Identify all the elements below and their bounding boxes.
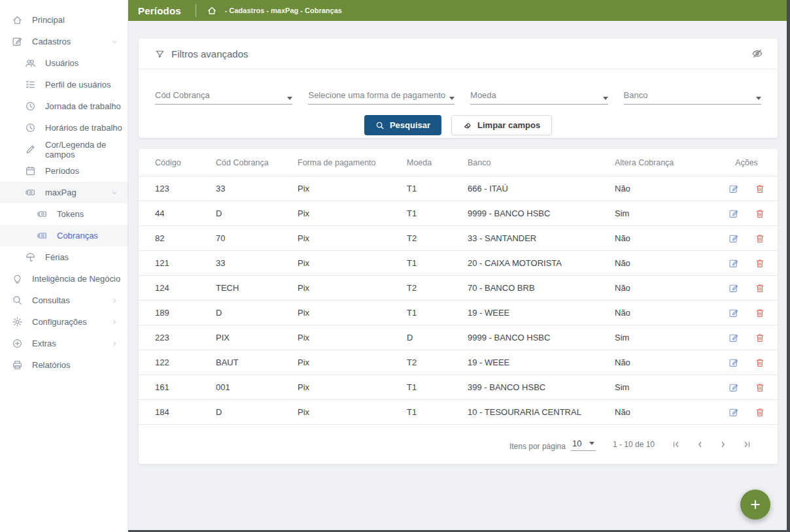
column-header-acoes: Ações — [727, 158, 766, 167]
sidebar-item-inteligencia-de-negocio[interactable]: Inteligência de Negócio — [0, 268, 128, 290]
next-page-icon[interactable] — [719, 440, 728, 449]
edit-icon[interactable] — [729, 308, 739, 318]
previous-page-icon[interactable] — [695, 440, 704, 449]
edit-icon[interactable] — [729, 208, 739, 219]
sidebar-item-cobrancas[interactable]: Cobranças — [0, 225, 128, 246]
checklist-icon — [25, 79, 36, 90]
home-icon[interactable] — [207, 5, 217, 16]
column-header-cod-cobranca: Cód Cobrança — [216, 158, 298, 167]
cobrancas-table: Código Cód Cobrança Forma de pagamento M… — [139, 149, 778, 464]
gear-icon — [12, 316, 23, 327]
last-page-icon[interactable] — [742, 440, 751, 449]
sidebar-item-label: Usuários — [45, 58, 78, 68]
chevron-down-icon — [589, 442, 594, 445]
first-page-icon[interactable] — [672, 440, 681, 449]
edit-icon[interactable] — [729, 357, 739, 368]
cod-cobranca-select[interactable]: Cód Cobrança — [155, 85, 292, 105]
items-per-page-select[interactable]: 10 — [571, 439, 596, 451]
filters-panel: Filtros avançados Cód Cobrança Selecione… — [139, 39, 778, 138]
filter-funnel-icon — [155, 49, 165, 59]
window-right-edge — [787, 0, 790, 532]
plus-icon — [749, 499, 761, 510]
sidebar-item-periodos[interactable]: Períodos — [0, 160, 128, 182]
sidebar-item-label: Principal — [32, 15, 65, 25]
pagination-bar: Itens por página 10 1 - 10 de 10 — [139, 425, 778, 464]
edit-icon[interactable] — [729, 382, 739, 393]
trash-icon[interactable] — [755, 357, 765, 368]
column-header-moeda: Moeda — [407, 158, 468, 167]
sidebar-item-label: Horários de trabalho — [45, 123, 122, 133]
column-header-forma-de-pagamento: Forma de pagamento — [298, 158, 407, 167]
sidebar-item-label: Jornada de trabalho — [45, 101, 121, 111]
sidebar-item-cadastros[interactable]: Cadastros — [0, 31, 128, 52]
chevron-right-icon — [111, 297, 118, 305]
sidebar-item-relatorios[interactable]: Relatórios — [0, 354, 128, 376]
table-row: 44 D Pix T1 9999 - BANCO HSBC Sim — [139, 201, 778, 226]
trash-icon[interactable] — [755, 233, 765, 244]
moeda-select[interactable]: Moeda — [470, 85, 608, 105]
sidebar-item-label: Consultas — [32, 295, 70, 305]
trash-icon[interactable] — [755, 283, 765, 293]
lightbulb-icon — [12, 273, 23, 284]
filters-header: Filtros avançados — [139, 39, 778, 69]
sidebar-item-extras[interactable]: Extras — [0, 333, 128, 354]
search-icon — [375, 121, 385, 130]
clock-icon — [25, 122, 36, 133]
sidebar-item-label: Extras — [32, 339, 56, 348]
sidebar-item-perfil-de-usuarios[interactable]: Perfil de usuários — [0, 74, 128, 95]
trash-icon[interactable] — [755, 382, 765, 393]
sidebar-item-label: Configurações — [32, 317, 87, 327]
sidebar-item-usuarios[interactable]: Usuários — [0, 52, 128, 74]
page-title: Períodos — [128, 5, 196, 16]
table-row: 223 PIX Pix D 9999 - BANCO HSBC Sim — [139, 325, 778, 350]
pesquisar-button[interactable]: Pesquisar — [364, 115, 441, 135]
clock-icon — [25, 101, 36, 112]
chevron-down-icon — [111, 38, 118, 46]
sidebar-item-label: Cadastros — [32, 37, 71, 46]
chevron-down-icon — [111, 189, 118, 197]
sidebar: Principal Cadastros Usuários Perfil de u… — [0, 0, 128, 532]
sidebar-item-configuracoes[interactable]: Configurações — [0, 311, 128, 333]
sidebar-item-ferias[interactable]: Férias — [0, 246, 128, 268]
column-header-codigo: Código — [155, 158, 216, 167]
sidebar-item-label: Relatórios — [32, 360, 71, 370]
forma-de-pagamento-select[interactable]: Selecione uma forma de pagamento — [308, 85, 455, 105]
sidebar-item-principal[interactable]: Principal — [0, 9, 128, 31]
column-header-banco: Banco — [468, 158, 615, 167]
sidebar-item-maxpag[interactable]: maxPag — [0, 182, 128, 203]
trash-icon[interactable] — [755, 308, 765, 318]
sidebar-item-cor-legenda-de-campos[interactable]: Cor/Legenda de campos — [0, 139, 128, 160]
edit-icon[interactable] — [729, 184, 739, 194]
trash-icon[interactable] — [755, 208, 765, 219]
trash-icon[interactable] — [755, 407, 765, 418]
table-row: 189 D Pix T1 19 - WEEE Não — [139, 301, 778, 325]
filters-actions: Pesquisar Limpar campos — [139, 115, 778, 135]
sidebar-item-consultas[interactable]: Consultas — [0, 290, 128, 311]
edit-icon[interactable] — [729, 258, 739, 269]
sidebar-item-horarios-de-trabalho[interactable]: Horários de trabalho — [0, 117, 128, 139]
edit-icon[interactable] — [729, 333, 739, 343]
trash-icon[interactable] — [755, 258, 765, 269]
chevron-down-icon — [287, 97, 292, 100]
search-icon — [12, 295, 23, 306]
eye-off-icon[interactable] — [751, 48, 763, 59]
limpar-campos-button[interactable]: Limpar campos — [451, 115, 552, 135]
trash-icon[interactable] — [755, 184, 765, 194]
add-button[interactable] — [740, 490, 770, 520]
edit-icon[interactable] — [729, 283, 739, 293]
umbrella-icon — [25, 252, 36, 263]
sidebar-item-label: Inteligência de Negócio — [32, 274, 120, 284]
chevron-down-icon — [756, 97, 761, 100]
trash-icon[interactable] — [755, 333, 765, 343]
table-row: 121 33 Pix T1 20 - CAIXA MOTORISTA Não — [139, 251, 778, 276]
table-row: 124 TECH Pix T2 70 - BANCO BRB Não — [139, 276, 778, 301]
sidebar-item-label: Férias — [45, 252, 69, 262]
sidebar-item-jornada-de-trabalho[interactable]: Jornada de trabalho — [0, 95, 128, 117]
sidebar-item-label: Perfil de usuários — [45, 80, 111, 90]
filters-title: Filtros avançados — [171, 48, 249, 59]
edit-icon[interactable] — [729, 407, 739, 418]
banco-select[interactable]: Banco — [624, 85, 761, 105]
sidebar-item-tokens[interactable]: Tokens — [0, 203, 128, 225]
edit-icon[interactable] — [729, 233, 739, 244]
filters-fields: Cód Cobrança Selecione uma forma de paga… — [139, 69, 778, 105]
